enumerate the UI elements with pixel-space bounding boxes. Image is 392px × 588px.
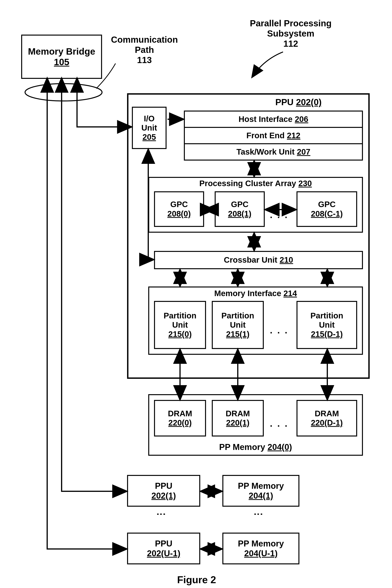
ppu-vdots: ⋮ [161, 510, 166, 521]
host-l: Host Interface [238, 115, 292, 124]
ppu0-t: PPU [275, 97, 294, 107]
io-unit-content: I/O Unit 205 [133, 108, 166, 148]
pu0-l2: Unit [172, 320, 188, 330]
ppmem1-box: PP Memory 204(1) [222, 475, 300, 507]
ppuU-content: PPU 202(U-1) [128, 534, 199, 563]
pps-label: Parallel Processing Subsystem 112 [241, 18, 341, 49]
pca-title: Processing Cluster Array 230 [148, 179, 363, 188]
dram1-content: DRAM 220(1) [213, 401, 263, 435]
xbar-r: 210 [280, 255, 293, 265]
figure-caption: Figure 2 [177, 574, 216, 586]
pps-l1: Parallel Processing [250, 18, 332, 28]
dramN-content: DRAM 220(D-1) [298, 401, 356, 435]
comm-path-l1: Communication [111, 35, 178, 45]
pu0-content: Partition Unit 215(0) [155, 302, 205, 348]
mif-r: 214 [284, 289, 297, 298]
pca-r: 230 [298, 179, 312, 188]
dramN-l: DRAM [315, 409, 339, 418]
ppu0-title: PPU 202(0) [275, 97, 322, 107]
puN-l1: Partition [310, 311, 343, 320]
io-unit-box: I/O Unit 205 [132, 107, 166, 149]
io-l2: Unit [141, 123, 157, 133]
pu1-r: 215(1) [226, 330, 249, 339]
task-r: 207 [297, 147, 310, 157]
gpc-dots: . . . [268, 209, 291, 220]
front-end-box: Front End 212 [184, 127, 363, 144]
comm-path-label: Communication Path 113 [110, 35, 179, 65]
ppmem1-r: 204(1) [248, 491, 273, 501]
front-l: Front End [246, 131, 284, 140]
gpcN-r: 208(C-1) [311, 209, 343, 218]
gpc1-box: GPC 208(1) [215, 191, 265, 227]
ppmemU-l: PP Memory [238, 539, 284, 549]
ppu1-r: 202(1) [151, 491, 176, 501]
dram1-l: DRAM [226, 409, 250, 418]
dram-dots: . . . [268, 418, 291, 429]
pca-l: Processing Cluster Array [199, 179, 296, 188]
dram1-r: 220(1) [226, 418, 249, 427]
mif-title: Memory Interface 214 [148, 289, 363, 298]
ppmem-vdots: ⋮ [258, 510, 264, 521]
comm-path-ref: 113 [137, 55, 152, 65]
gpc1-content: GPC 208(1) [216, 192, 264, 226]
dramN-box: DRAM 220(D-1) [296, 400, 357, 436]
pu1-box: Partition Unit 215(1) [212, 301, 264, 349]
svg-point-0 [25, 84, 102, 101]
comm-path-l2: Path [135, 45, 154, 55]
ppmem1-content: PP Memory 204(1) [223, 476, 298, 506]
front-r: 212 [287, 131, 300, 140]
gpcN-box: GPC 208(C-1) [296, 191, 357, 227]
memory-bridge-box: Memory Bridge 105 [21, 35, 102, 79]
pu1-l1: Partition [222, 311, 254, 320]
gpc1-r: 208(1) [228, 209, 251, 218]
host-content: Host Interface 206 [185, 112, 362, 127]
gpc1-l: GPC [231, 200, 248, 209]
pu0-box: Partition Unit 215(0) [154, 301, 206, 349]
gpc0-box: GPC 208(0) [154, 191, 204, 227]
ppu1-content: PPU 202(1) [128, 476, 199, 506]
host-interface-box: Host Interface 206 [184, 111, 363, 128]
ppmem0-l: PP Memory [219, 442, 265, 452]
dram1-box: DRAM 220(1) [212, 400, 264, 436]
ppuU-l: PPU [155, 539, 172, 549]
ppmem1-l: PP Memory [238, 481, 284, 491]
gpc0-content: GPC 208(0) [155, 192, 203, 226]
ppuU-box: PPU 202(U-1) [127, 533, 200, 564]
pps-l2: Subsystem [267, 28, 314, 38]
ppmem0-r: 204(0) [268, 442, 292, 452]
task-l: Task/Work Unit [236, 147, 294, 157]
memory-bridge-ref: 105 [54, 57, 69, 67]
pu1-l2: Unit [230, 320, 246, 330]
ppuU-r: 202(U-1) [147, 549, 180, 558]
gpc0-r: 208(0) [167, 209, 190, 218]
front-content: Front End 212 [185, 128, 362, 143]
puN-l2: Unit [319, 320, 335, 330]
xbar-content: Crossbar Unit 210 [155, 252, 362, 268]
pu0-l1: Partition [164, 311, 196, 320]
dram0-r: 220(0) [168, 418, 192, 427]
dram0-content: DRAM 220(0) [155, 401, 205, 435]
task-content: Task/Work Unit 207 [185, 144, 362, 160]
ppu1-l: PPU [155, 481, 172, 491]
ppmemU-r: 204(U-1) [244, 549, 278, 558]
task-work-box: Task/Work Unit 207 [184, 143, 363, 161]
dram0-l: DRAM [168, 409, 192, 418]
pps-ref: 112 [284, 39, 298, 49]
pu0-r: 215(0) [168, 330, 192, 339]
ppmem0-title: PP Memory 204(0) [148, 442, 363, 452]
puN-content: Partition Unit 215(D-1) [298, 302, 356, 348]
dramN-r: 220(D-1) [311, 418, 343, 427]
xbar-l: Crossbar Unit [224, 255, 278, 265]
ppmemU-content: PP Memory 204(U-1) [223, 534, 298, 563]
puN-box: Partition Unit 215(D-1) [296, 301, 357, 349]
io-l1: I/O [144, 114, 154, 123]
dram0-box: DRAM 220(0) [154, 400, 206, 436]
io-ref: 205 [142, 133, 156, 142]
ppmemU-box: PP Memory 204(U-1) [222, 533, 300, 564]
gpc0-l: GPC [170, 200, 188, 209]
memory-bridge-content: Memory Bridge 105 [22, 35, 101, 78]
memory-bridge-label: Memory Bridge [28, 46, 95, 57]
mif-l: Memory Interface [214, 289, 281, 298]
host-r: 206 [295, 115, 308, 124]
ppu1-box: PPU 202(1) [127, 475, 200, 507]
